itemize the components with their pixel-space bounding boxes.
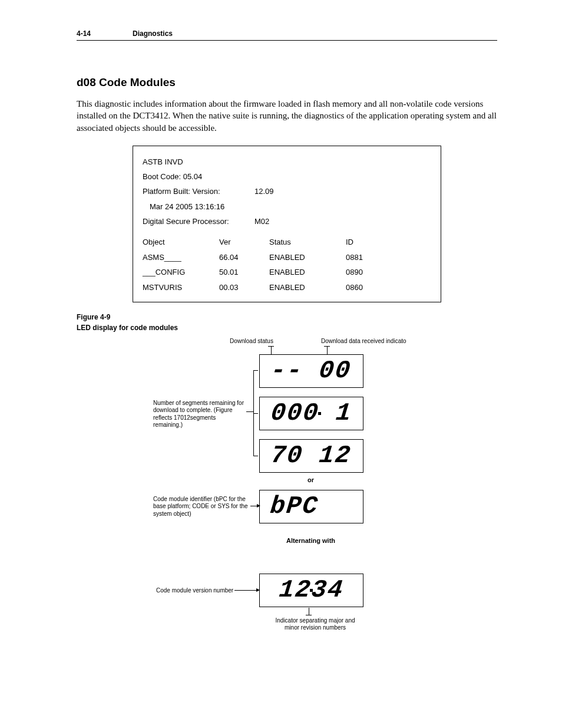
callout-version-number: Code module version number: [156, 587, 233, 595]
seven-segment-text: 000: [269, 399, 320, 427]
cell: 66.04: [219, 250, 269, 265]
connector-line: [327, 346, 328, 354]
figure-number: Figure 4-9: [77, 312, 497, 322]
alternating-label: Alternating with: [259, 537, 362, 544]
seven-segment-text: -- 00: [270, 357, 353, 385]
col-header: Object: [143, 235, 219, 249]
lcd-display: 70 12: [259, 439, 363, 473]
callout-download-status: Download status: [230, 338, 273, 345]
connector-line: [309, 608, 309, 615]
cell: 00.03: [219, 280, 269, 295]
cell: ___CONFIG: [143, 265, 219, 279]
seven-segment-text: 34: [310, 576, 345, 604]
connector-arrow: [234, 590, 257, 591]
callout-download-indicator: Download data received indicato: [321, 338, 406, 345]
section-title: Diagnostics: [133, 29, 173, 38]
lcd-display: -- 00: [259, 354, 363, 388]
table-row: ASMS____ 66.04 ENABLED 0881: [143, 250, 431, 265]
connector-line: [324, 346, 330, 347]
panel-line: Mar 24 2005 13:16:16: [143, 199, 431, 214]
callout-revision-separator: Indicator separating major and minor rev…: [271, 617, 359, 632]
connector-line: [253, 413, 258, 414]
panel-row: Platform Built: Version: 12.09: [143, 184, 431, 199]
or-label: or: [259, 476, 362, 483]
col-header: ID: [346, 235, 387, 249]
seven-segment-text: bPC: [269, 492, 354, 521]
cell: ENABLED: [269, 250, 346, 265]
connector-line: [268, 346, 274, 347]
cell: ASMS____: [143, 250, 219, 265]
connector-line: [246, 411, 253, 412]
col-header: Ver: [219, 235, 269, 249]
connector-line: [306, 615, 312, 615]
col-header: Status: [269, 235, 346, 249]
seven-segment-text: 70 12: [270, 442, 353, 470]
lcd-display: 12 34: [259, 574, 363, 607]
page-number: 4-14: [77, 29, 133, 38]
connector-line: [253, 370, 258, 371]
lcd-display: 000 1: [259, 397, 363, 430]
figure-title: LED display for code modules: [77, 322, 497, 333]
table-row: ___CONFIG 50.01 ENABLED 0890: [143, 265, 431, 279]
panel-value: M02: [254, 214, 269, 229]
section-heading: d08 Code Modules: [77, 76, 497, 89]
panel-line: Boot Code: 05.04: [143, 169, 431, 184]
callout-module-identifier: Code module identifier (bPC for the base…: [153, 496, 250, 518]
led-diagram: Download status Download data received i…: [77, 338, 489, 656]
connector-line: [253, 456, 258, 456]
cell: 0860: [346, 280, 387, 295]
seven-segment-text: 1: [318, 399, 353, 427]
connector-arrow: [250, 506, 257, 506]
cell: ENABLED: [269, 280, 346, 295]
page-header: 4-14 Diagnostics: [77, 29, 497, 41]
table-row: MSTVURIS 00.03 ENABLED 0860: [143, 280, 431, 295]
diagnostic-panel: ASTB INVD Boot Code: 05.04 Platform Buil…: [133, 146, 441, 302]
table-header-row: Object Ver Status ID: [143, 235, 431, 249]
panel-line: ASTB INVD: [143, 154, 431, 169]
panel-value: 12.09: [254, 184, 274, 199]
seven-segment-text: 12: [277, 576, 312, 604]
cell: 50.01: [219, 265, 269, 279]
cell: 0890: [346, 265, 387, 279]
lcd-display: bPC: [259, 490, 363, 523]
callout-segments-remaining: Number of segments remaining for downloa…: [153, 400, 244, 429]
cell: ENABLED: [269, 265, 346, 279]
panel-row: Digital Secure Processor: M02: [143, 214, 431, 235]
panel-label: Platform Built: Version:: [143, 184, 254, 199]
connector-line: [271, 346, 272, 354]
panel-label: Digital Secure Processor:: [143, 214, 254, 229]
cell: 0881: [346, 250, 387, 265]
body-paragraph: This diagnostic includes information abo…: [77, 98, 497, 134]
cell: MSTVURIS: [143, 280, 219, 295]
figure-caption: Figure 4-9 LED display for code modules: [77, 312, 497, 333]
